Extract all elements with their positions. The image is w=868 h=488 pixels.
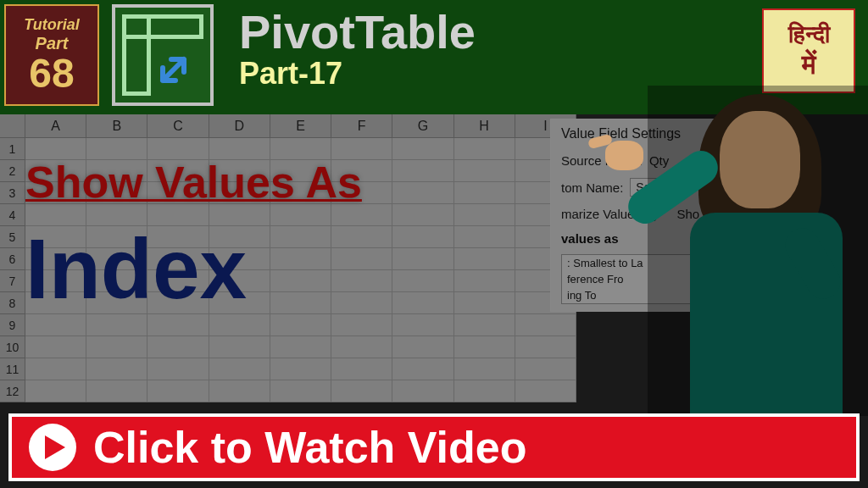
title-main: PivotTable bbox=[239, 8, 732, 56]
text-index: Index bbox=[25, 220, 362, 318]
col-header: H bbox=[454, 114, 515, 138]
col-header: F bbox=[331, 114, 392, 138]
hindi-badge: हिन्दी में bbox=[762, 8, 855, 93]
text-show-values-as: Show Values As bbox=[25, 157, 362, 208]
video-thumbnail[interactable]: Tutorial Part 68 PivotTable Part-17 हिन्… bbox=[0, 0, 868, 488]
cta-bar[interactable]: Click to Watch Video bbox=[8, 413, 860, 481]
presenter-person bbox=[648, 86, 868, 416]
cta-text: Click to Watch Video bbox=[93, 422, 526, 473]
col-header: G bbox=[392, 114, 453, 138]
hindi-line1: हिन्दी bbox=[788, 21, 830, 49]
hindi-line2: में bbox=[802, 49, 816, 80]
play-icon bbox=[29, 424, 76, 471]
tutorial-label: Tutorial bbox=[24, 16, 80, 34]
col-header: E bbox=[270, 114, 331, 138]
col-header: A bbox=[25, 114, 86, 138]
tutorial-number: 68 bbox=[29, 53, 74, 94]
overlay-text: Show Values As Index bbox=[25, 157, 362, 318]
column-headers: A B C D E F G H I bbox=[0, 114, 576, 138]
col-header: C bbox=[147, 114, 209, 138]
custom-name-label: tom Name: bbox=[561, 180, 623, 195]
pivot-table-icon bbox=[112, 4, 214, 106]
col-header: D bbox=[209, 114, 270, 138]
tutorial-badge: Tutorial Part 68 bbox=[4, 4, 99, 106]
col-header: B bbox=[86, 114, 147, 138]
